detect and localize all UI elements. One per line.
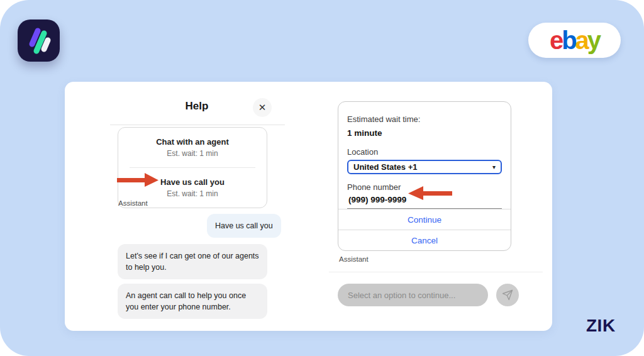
bot-message-bubble: An agent can call to help you once you e…: [118, 284, 267, 319]
location-select[interactable]: United States +1 ▾: [347, 160, 502, 174]
composer-divider: [329, 272, 543, 272]
bot-message-bubble: Let's see if I can get one of our agents…: [118, 244, 267, 279]
contact-options-panel: Chat with an agent Est. wait: 1 min Have…: [118, 127, 267, 208]
user-message-bubble: Have us call you: [207, 214, 281, 238]
option-label: Have us call you: [160, 177, 225, 187]
location-label: Location: [347, 147, 502, 157]
zik-logo-icon: [18, 19, 60, 62]
wait-time-label: Estimated wait time:: [347, 114, 502, 124]
location-select-value: United States +1: [353, 162, 418, 172]
continue-button[interactable]: Continue: [338, 209, 511, 230]
option-wait-time: Est. wait: 1 min: [167, 189, 218, 198]
zik-logo: [18, 19, 60, 62]
wait-time-value: 1 minute: [347, 128, 502, 138]
ebay-letter-a: a: [575, 28, 587, 53]
cancel-button[interactable]: Cancel: [338, 230, 511, 250]
ebay-letter-e: e: [550, 28, 562, 53]
panel-actions: Continue Cancel: [338, 209, 511, 250]
help-widget-card: Help ✕ Chat with an agent Est. wait: 1 m…: [65, 82, 552, 331]
close-icon: ✕: [258, 102, 267, 113]
close-button[interactable]: ✕: [253, 98, 272, 117]
chevron-down-icon: ▾: [492, 164, 496, 170]
option-chat-with-agent[interactable]: Chat with an agent Est. wait: 1 min: [118, 128, 267, 167]
call-request-panel: Estimated wait time: 1 minute Location U…: [338, 101, 511, 251]
option-label: Chat with an agent: [156, 137, 229, 147]
red-arrow-right-icon: [117, 173, 158, 189]
help-title: Help: [128, 100, 266, 113]
assistant-label: Assistant: [339, 255, 369, 263]
header-divider: [110, 125, 285, 125]
red-arrow-left-icon: [408, 186, 452, 203]
option-wait-time: Est. wait: 1 min: [167, 149, 218, 158]
ebay-letter-b: b: [562, 28, 575, 53]
ebay-logo: e b a y: [528, 23, 621, 58]
ebay-letter-y: y: [587, 28, 599, 53]
chat-composer-input[interactable]: [338, 284, 488, 306]
send-icon: [502, 289, 513, 301]
zik-wordmark: ZIK: [586, 316, 616, 336]
page: e b a y Help ✕ Chat with an agent Est. w…: [0, 0, 644, 356]
assistant-label: Assistant: [118, 199, 148, 207]
send-button[interactable]: [496, 284, 519, 306]
